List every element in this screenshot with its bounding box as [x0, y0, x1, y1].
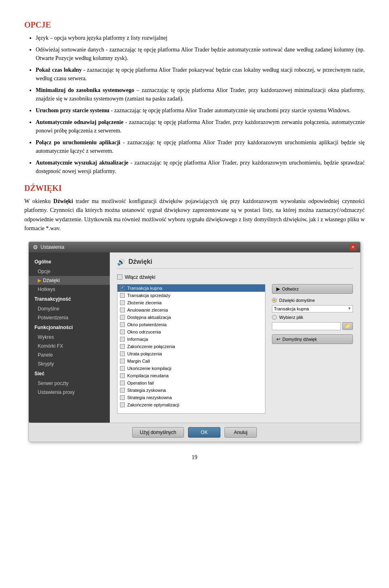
sound-label-strategia-niezyskowna: Strategia niezyskowna — [127, 395, 172, 400]
dzwieki-intro-paragraph: W okienku Dźwięki trader ma możliwość ko… — [24, 197, 365, 233]
sound-checkbox-dostepna-aktualizacja[interactable] — [120, 315, 125, 320]
sound-item-strategia-zyskowna[interactable]: Strategia zyskowna — [118, 387, 265, 394]
sound-item-anulowanie-zlecenia[interactable]: Anulowanie zlecenia — [118, 306, 265, 314]
sidebar-group-funkcjonalnosci: Funkcjonalności — [29, 322, 110, 333]
file-browse-button[interactable]: 📁 — [342, 322, 353, 330]
play-label: Odtwórz — [282, 287, 299, 291]
sidebar-item-potwierdzenia[interactable]: Potwierdzenia — [29, 313, 110, 322]
sound-checkbox-zakonczenie-polaczenia[interactable] — [120, 344, 125, 349]
sound-item-zakonczenie-optymalizacji[interactable]: Zakończenie optymalizacji — [118, 401, 265, 408]
file-input-row: 📁 — [272, 322, 353, 330]
sidebar-item-wykres[interactable]: Wykres — [29, 333, 110, 342]
sidebar-item-dzwieki[interactable]: ▶Dźwięki — [29, 276, 110, 285]
arrow-icon: ▶ — [38, 278, 41, 283]
enable-sounds-label: Włącz dźwięki — [125, 274, 155, 280]
sound-checkbox-utrata-polaczenia[interactable] — [120, 351, 125, 356]
sound-checkbox-margin-call[interactable] — [120, 359, 125, 363]
sound-checkbox-informacja[interactable] — [120, 337, 125, 342]
sidebar-item-serwer-poczty[interactable]: Serwer poczty — [29, 379, 110, 388]
sound-list: Transakcja kupna Transakcja sprzedaży Zł… — [117, 284, 265, 414]
opcje-item-4: Minimalizuj do zasobnika systemowego – z… — [36, 86, 365, 103]
radio-dot-wybierz-plik[interactable] — [272, 315, 277, 320]
sound-item-informacja[interactable]: Informacja — [118, 336, 265, 343]
sound-item-zlozenie-zlecenia[interactable]: Złożenie zlecenia — [118, 299, 265, 306]
opcje-section-title: OPCJE — [24, 20, 365, 30]
sound-item-transakcja-sprzedazy[interactable]: Transakcja sprzedaży — [118, 292, 265, 299]
sidebar-item-ustawienia-proxy[interactable]: Ustawienia proxy — [29, 388, 110, 397]
settings-dialog: ⚙ Ustawienia ✕ Ogólne Opcje ▶Dźwięki Hot… — [28, 242, 361, 442]
screenshot-wrapper: ⚙ Ustawienia ✕ Ogólne Opcje ▶Dźwięki Hot… — [24, 242, 365, 442]
sound-checkbox-operation-fail[interactable] — [120, 381, 125, 385]
sound-checkbox-ukonczenie-kompilacji[interactable] — [120, 366, 125, 371]
sound-checkbox-strategia-zyskowna[interactable] — [120, 388, 125, 393]
sidebar-item-komorki-fx[interactable]: Komórki FX — [29, 342, 110, 351]
sound-item-dostepna-aktualizacja[interactable]: Dostępna aktualizacja — [118, 314, 265, 321]
opcje-item-6: Automatycznie odnawiaj połączenie - zazn… — [36, 118, 365, 135]
sound-item-okno-odrzucenia[interactable]: Okno odrzucenia — [118, 328, 265, 336]
sound-label-margin-call: Margin Call — [127, 359, 150, 363]
radio-label-wybierz-plik: Wybierz plik — [279, 315, 303, 320]
sound-icon: 🔊 — [117, 258, 125, 266]
sidebar-item-hotkeys[interactable]: Hotkeys — [29, 285, 110, 294]
sound-checkbox-zlozenie-zlecenia[interactable] — [120, 300, 125, 305]
radio-row-domyslne[interactable]: Dźwięki domyślne — [272, 298, 353, 303]
dialog-titlebar: ⚙ Ustawienia ✕ — [29, 242, 360, 252]
enable-sounds-row: Włącz dźwięki — [117, 274, 353, 280]
sound-item-kompilacja-nieudana[interactable]: Kompilacja nieudana — [118, 372, 265, 379]
sound-label-okno-odrzucenia: Okno odrzucenia — [127, 329, 161, 334]
sound-checkbox-okno-odrzucenia[interactable] — [120, 329, 125, 334]
sound-checkbox-strategia-niezyskowna[interactable] — [120, 395, 125, 400]
use-defaults-button[interactable]: Użyj domyślnych — [132, 427, 184, 438]
opcje-item-8: Automatycznie wyszukaj aktualizacje - za… — [36, 158, 365, 175]
sound-checkbox-zakonczenie-optymalizacji[interactable] — [120, 402, 125, 407]
dialog-sidebar: Ogólne Opcje ▶Dźwięki Hotkeys Transakcyj… — [29, 252, 110, 423]
panel-title-text: Dźwięki — [128, 258, 152, 265]
sound-item-operation-fail[interactable]: Operation fail — [118, 379, 265, 387]
sound-controls: ▶ Odtwórz Dźwięki domyślne Transakcja ku… — [272, 284, 353, 414]
reset-icon: ↩ — [276, 336, 280, 342]
radio-dot-domyslne[interactable] — [272, 298, 277, 303]
default-sound-label: Domyślny dźwięk — [282, 337, 317, 342]
dialog-close-button[interactable]: ✕ — [350, 244, 356, 250]
dzwieki-section-title: DŹWIĘKI — [24, 184, 365, 193]
sound-label-zakonczenie-optymalizacji: Zakończenie optymalizacji — [127, 402, 179, 407]
settings-window-icon: ⚙ — [33, 244, 38, 250]
enable-sounds-checkbox[interactable] — [117, 274, 122, 280]
default-sound-button[interactable]: ↩ Domyślny dźwięk — [272, 334, 353, 344]
file-input[interactable] — [272, 322, 341, 330]
sound-checkbox-okno-potwierdzenia[interactable] — [120, 322, 125, 327]
dialog-right-panel: 🔊 Dźwięki Włącz dźwięki Transakcja kupna — [110, 252, 360, 423]
sound-checkbox-kompilacja-nieudana[interactable] — [120, 373, 125, 378]
dialog-body: Ogólne Opcje ▶Dźwięki Hotkeys Transakcyj… — [29, 252, 360, 423]
radio-row-wybierz-plik[interactable]: Wybierz plik — [272, 315, 353, 320]
sound-checkbox-anulowanie-zlecenia[interactable] — [120, 308, 125, 312]
sound-item-zakonczenie-polaczenia[interactable]: Zakończenie połączenia — [118, 343, 265, 350]
sound-item-ukonczenie-kompilacji[interactable]: Ukończenie kompilacji — [118, 365, 265, 372]
sound-label-transakcja-kupna: Transakcja kupna — [127, 286, 162, 291]
sound-label-informacja: Informacja — [127, 337, 148, 342]
sound-dropdown[interactable]: Transakcja kupna — [272, 305, 353, 312]
sound-item-transakcja-kupna[interactable]: Transakcja kupna — [118, 284, 265, 292]
sidebar-item-opcje[interactable]: Opcje — [29, 267, 110, 276]
ok-button[interactable]: OK — [188, 427, 220, 438]
sound-item-utrata-polaczenia[interactable]: Utrata połączenia — [118, 350, 265, 357]
opcje-item-2: Odświeżaj sortowanie danych - zaznaczają… — [36, 45, 365, 62]
sidebar-item-domyslne[interactable]: Domyślne — [29, 304, 110, 313]
sound-label-strategia-zyskowna: Strategia zyskowna — [127, 388, 166, 393]
sidebar-group-ogolne: Ogólne — [29, 257, 110, 267]
opcje-item-5: Uruchom przy starcie systemu - zaznaczaj… — [36, 106, 365, 115]
sound-checkbox-transakcja-sprzedazy[interactable] — [120, 293, 125, 298]
page-number: 19 — [24, 454, 365, 461]
sound-item-okno-potwierdzenia[interactable]: Okno potwierdzenia — [118, 321, 265, 328]
sidebar-item-skrypty[interactable]: Skrypty — [29, 359, 110, 368]
sound-checkbox-transakcja-kupna[interactable] — [120, 286, 125, 291]
sound-item-margin-call[interactable]: Margin Call — [118, 357, 265, 365]
sidebar-item-panele[interactable]: Panele — [29, 351, 110, 359]
dialog-footer: Użyj domyślnych OK Anuluj — [29, 423, 360, 442]
sound-item-strategia-niezyskowna[interactable]: Strategia niezyskowna — [118, 394, 265, 401]
dropdown-wrapper: Transakcja kupna — [272, 305, 353, 312]
cancel-button[interactable]: Anuluj — [224, 427, 257, 438]
play-button[interactable]: ▶ Odtwórz — [272, 284, 353, 294]
opcje-item-7: Połącz po uruchomieniu aplikacji - zazna… — [36, 138, 365, 155]
sound-label-operation-fail: Operation fail — [127, 381, 154, 385]
